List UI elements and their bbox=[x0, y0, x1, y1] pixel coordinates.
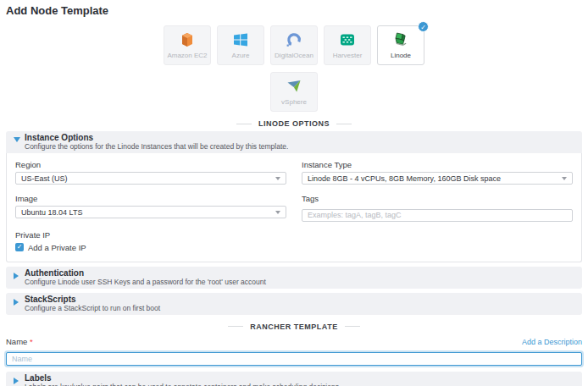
check-icon: ✓ bbox=[418, 21, 429, 32]
instance-options-accordion: Instance Options Configure the options f… bbox=[6, 131, 582, 262]
labels-accordion-header[interactable]: Labels Labels are key/value pairs that c… bbox=[6, 372, 582, 386]
private-ip-checkbox-label: Add a Private IP bbox=[28, 243, 86, 252]
accordion-subtitle: Configure the options for the Linode Ins… bbox=[25, 142, 575, 151]
image-select[interactable]: Ubuntu 18.04 LTS bbox=[15, 206, 286, 218]
azure-icon bbox=[232, 31, 249, 48]
required-marker: * bbox=[30, 337, 33, 346]
instance-type-field: Instance Type Linode 8GB - 4 vCPUs, 8GB … bbox=[302, 160, 573, 185]
provider-tile-label: Linode bbox=[391, 52, 411, 59]
region-select[interactable]: US-East (US) bbox=[15, 172, 286, 185]
provider-tile-label: Azure bbox=[232, 52, 250, 59]
provider-tile-digitalocean[interactable]: DigitalOcean bbox=[270, 25, 318, 65]
page-title: Add Node Template bbox=[6, 4, 582, 17]
vsphere-icon bbox=[286, 78, 302, 95]
accordion-title: Instance Options bbox=[25, 133, 575, 142]
stackscripts-accordion: StackScripts Configure a StackScript to … bbox=[6, 293, 582, 315]
stackscripts-accordion-header[interactable]: StackScripts Configure a StackScript to … bbox=[6, 293, 582, 315]
accordion-title: Labels bbox=[25, 373, 575, 383]
provider-tile-harvester[interactable]: Harvester bbox=[324, 25, 371, 65]
accordion-subtitle: Labels are key/value pairs that can be u… bbox=[25, 383, 575, 386]
region-label: Region bbox=[15, 160, 286, 169]
rancher-template-section-header: RANCHER TEMPLATE bbox=[6, 323, 582, 331]
provider-tile-vsphere[interactable]: vSphere bbox=[270, 72, 318, 112]
accordion-subtitle: Configure Linode user SSH Keys and a pas… bbox=[25, 278, 575, 286]
tags-field: Tags bbox=[302, 194, 573, 222]
provider-tiles-row-2: vSphere bbox=[6, 72, 582, 112]
instance-type-label: Instance Type bbox=[302, 160, 573, 169]
checkbox-checked-icon[interactable] bbox=[15, 243, 24, 251]
authentication-accordion: Authentication Configure Linode user SSH… bbox=[6, 267, 582, 289]
provider-tile-label: DigitalOcean bbox=[275, 52, 313, 59]
instance-options-accordion-header[interactable]: Instance Options Configure the options f… bbox=[6, 131, 582, 153]
chevron-down-icon bbox=[562, 177, 567, 180]
provider-options-section-title: LINODE OPTIONS bbox=[258, 119, 330, 128]
name-label: Name * bbox=[6, 337, 33, 346]
accordion-title: Authentication bbox=[25, 268, 575, 278]
provider-tile-label: vSphere bbox=[281, 98, 307, 106]
region-select-value: US-East (US) bbox=[21, 174, 68, 183]
chevron-right-icon bbox=[14, 273, 19, 279]
tags-label: Tags bbox=[302, 194, 573, 203]
private-ip-checkbox-row[interactable]: Add a Private IP bbox=[15, 243, 573, 252]
labels-accordion: Labels Labels are key/value pairs that c… bbox=[6, 372, 582, 386]
chevron-down-icon bbox=[275, 211, 280, 214]
private-ip-label: Private IP bbox=[15, 230, 573, 240]
chevron-right-icon bbox=[14, 299, 19, 306]
accordion-subtitle: Configure a StackScript to run on first … bbox=[25, 304, 575, 312]
tags-input[interactable] bbox=[302, 209, 573, 222]
name-row: Name * Add a Description bbox=[6, 337, 582, 346]
instance-options-body: Region US-East (US) Instance Type Linode… bbox=[6, 153, 582, 262]
provider-tile-linode[interactable]: ✓ Linode bbox=[377, 25, 424, 65]
image-label: Image bbox=[15, 194, 286, 203]
rancher-template-section-title: RANCHER TEMPLATE bbox=[250, 323, 337, 331]
chevron-down-icon bbox=[275, 177, 280, 180]
digitalocean-icon bbox=[286, 31, 302, 48]
authentication-accordion-header[interactable]: Authentication Configure Linode user SSH… bbox=[6, 267, 582, 289]
linode-icon bbox=[392, 31, 409, 48]
provider-tile-azure[interactable]: Azure bbox=[217, 25, 264, 65]
name-label-text: Name bbox=[6, 337, 27, 346]
add-description-link[interactable]: Add a Description bbox=[522, 338, 582, 346]
image-select-value: Ubuntu 18.04 LTS bbox=[21, 208, 82, 217]
private-ip-field: Private IP Add a Private IP bbox=[15, 230, 573, 252]
chevron-right-icon bbox=[14, 378, 19, 384]
region-field: Region US-East (US) bbox=[15, 160, 286, 185]
provider-tile-label: Amazon EC2 bbox=[167, 52, 207, 59]
provider-options-section-header: LINODE OPTIONS bbox=[6, 119, 582, 128]
harvester-icon bbox=[339, 31, 356, 48]
image-field: Image Ubuntu 18.04 LTS bbox=[15, 194, 286, 222]
add-node-template-page: Add Node Template Amazon EC2 Azure Digit… bbox=[0, 0, 588, 386]
instance-type-select[interactable]: Linode 8GB - 4 vCPUs, 8GB Memory, 160GB … bbox=[302, 172, 573, 185]
name-input[interactable] bbox=[6, 352, 582, 366]
provider-tiles-row-1: Amazon EC2 Azure DigitalOcean Harvester … bbox=[6, 25, 582, 65]
provider-tile-amazon-ec2[interactable]: Amazon EC2 bbox=[164, 25, 211, 65]
amazon-ec2-icon bbox=[179, 31, 196, 48]
instance-type-select-value: Linode 8GB - 4 vCPUs, 8GB Memory, 160GB … bbox=[308, 174, 501, 183]
accordion-title: StackScripts bbox=[25, 295, 575, 304]
provider-tile-label: Harvester bbox=[333, 52, 363, 59]
chevron-down-icon bbox=[14, 137, 20, 142]
